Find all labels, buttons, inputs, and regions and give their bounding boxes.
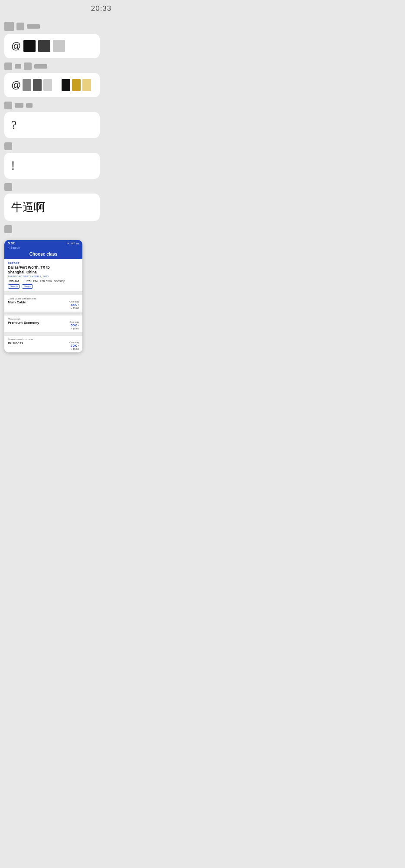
cabin-option-main[interactable]: Good value with benefits Main Cabin One … <box>4 295 82 312</box>
msg3-meta <box>4 102 198 109</box>
msg1-bubble: @ <box>4 34 100 58</box>
flight-tags: Details Seats <box>8 284 79 289</box>
cabin-price-col-business: One way 70K › + $5.60 <box>69 341 79 350</box>
cabin-row-premium: Premium Economy One way 55K › + $5.60 <box>8 321 79 330</box>
chevron-premium: › <box>78 324 79 327</box>
divider-3 <box>4 334 82 334</box>
name-placeholder4 <box>15 103 23 108</box>
name-placeholder3 <box>34 64 47 69</box>
divider-2 <box>4 313 82 314</box>
cabin-price-row-premium: 55K › <box>69 323 79 327</box>
cabin-name-main: Main Cabin <box>8 300 26 304</box>
battery-icon: ▬ <box>76 242 79 245</box>
depart-label: DEPART <box>8 262 79 264</box>
swatch-row-2: @ <box>11 79 93 91</box>
phone-status-bar: 5:32 ✈ wifi ▬ <box>4 240 82 246</box>
qmark-text: ? <box>11 118 16 132</box>
swatch-row-1: @ <box>11 40 93 52</box>
chat-area: @ @ ? ! <box>0 16 202 356</box>
swatch2-gray1 <box>23 79 31 91</box>
msg5-meta <box>4 183 198 191</box>
swatch2-gray2 <box>33 79 42 91</box>
msg4-bubble: ! <box>4 153 100 179</box>
avatar-placeholder5 <box>4 102 12 109</box>
msg4-meta <box>4 142 198 150</box>
swatch2-black <box>62 79 70 91</box>
cabin-name-premium: Premium Economy <box>8 321 39 325</box>
avatar-placeholder3 <box>4 62 12 70</box>
cabin-option-premium[interactable]: More room Premium Economy One way 55K › … <box>4 316 82 332</box>
msg1-meta <box>4 22 198 31</box>
flight-route: Dallas/Fort Worth, TX toShanghai, China <box>8 265 79 275</box>
cabin-option-business[interactable]: Room to work or relax Business One way 7… <box>4 336 82 352</box>
msg5-bubble: 牛逼啊 <box>4 194 100 221</box>
swatch2-light <box>43 79 52 91</box>
msg2-bubble: @ <box>4 73 100 97</box>
flight-duration: 15h 55m <box>40 279 52 283</box>
cabin-price-row-main: 45K › <box>69 303 79 307</box>
chinese-text: 牛逼啊 <box>11 201 45 214</box>
chevron-business: › <box>78 344 79 347</box>
avatar-placeholder7 <box>4 183 12 191</box>
cabin-price-premium: 55K <box>71 323 77 327</box>
name-placeholder2 <box>15 64 21 69</box>
cabin-row-main: Main Cabin One way 45K › + $5.60 <box>8 300 79 309</box>
cabin-price-main: 45K <box>71 303 77 307</box>
avatar-placeholder8 <box>4 225 12 233</box>
phone-back-row: < Search <box>4 246 82 250</box>
arrive-time: 2:50 PM <box>26 279 38 283</box>
swatch2-gold <box>72 79 81 91</box>
swatch-darkgray <box>38 40 50 52</box>
avatar-placeholder4 <box>24 62 32 70</box>
cabin-meta-premium: More room <box>8 318 79 320</box>
cabin-meta-business: Room to work or relax <box>8 338 79 341</box>
msg3-bubble: ? <box>4 112 100 138</box>
at-symbol-1: @ <box>11 40 21 52</box>
arrow-icon: → <box>21 279 24 283</box>
avatar-placeholder2 <box>16 23 24 30</box>
swatch2-lightyellow <box>82 79 91 91</box>
cabin-row-business: Business One way 70K › + $5.60 <box>8 341 79 350</box>
phone-icons: ✈ wifi ▬ <box>67 242 79 245</box>
cabin-fee-main: + $5.60 <box>69 307 79 309</box>
cabin-meta-main: Good value with benefits <box>8 297 79 300</box>
divider-1 <box>4 293 82 293</box>
flight-card: 5:32 ✈ wifi ▬ < Search Choose class DEPA… <box>4 240 82 352</box>
flight-card-wrap: 5:32 ✈ wifi ▬ < Search Choose class DEPA… <box>4 240 82 352</box>
phone-header-title: Choose class <box>29 252 57 256</box>
flight-body: DEPART Dallas/Fort Worth, TX toShanghai,… <box>4 259 82 291</box>
flight-times: 9:55 AM → 2:50 PM 15h 55m Nonstop <box>8 279 79 283</box>
cabin-fee-business: + $5.60 <box>69 348 79 350</box>
emark-text: ! <box>11 159 15 172</box>
cabin-price-col-main: One way 45K › + $5.60 <box>69 300 79 309</box>
swatch-light <box>53 40 65 52</box>
at-symbol-2: @ <box>11 79 21 91</box>
status-bar-time: 20:33 <box>0 0 202 16</box>
cabin-fee-premium: + $5.60 <box>69 327 79 330</box>
flight-nonstop: Nonstop <box>54 279 65 283</box>
flight-date: THURSDAY, SEPTEMBER 7, 2023 <box>8 275 79 278</box>
back-label[interactable]: < Search <box>8 246 20 249</box>
details-tag[interactable]: Details <box>8 284 20 289</box>
swatch-dark <box>23 40 36 52</box>
phone-time: 5:32 <box>8 241 15 245</box>
msg2-meta <box>4 62 198 70</box>
wifi-icon: wifi <box>71 242 75 245</box>
name-placeholder <box>27 24 40 29</box>
chevron-main: › <box>78 303 79 306</box>
cabin-price-col-premium: One way 55K › + $5.60 <box>69 321 79 330</box>
msg6-meta <box>4 225 198 233</box>
airplane-icon: ✈ <box>67 242 69 245</box>
cabin-price-business: 70K <box>71 344 77 348</box>
cabin-price-row-business: 70K › <box>69 344 79 348</box>
avatar-placeholder6 <box>4 142 12 150</box>
seats-tag[interactable]: Seats <box>22 284 33 289</box>
depart-time: 9:55 AM <box>8 279 19 283</box>
cabin-name-business: Business <box>8 341 23 345</box>
name-placeholder5 <box>26 103 33 108</box>
phone-header: Choose class <box>4 250 82 259</box>
avatar-placeholder <box>4 22 14 31</box>
